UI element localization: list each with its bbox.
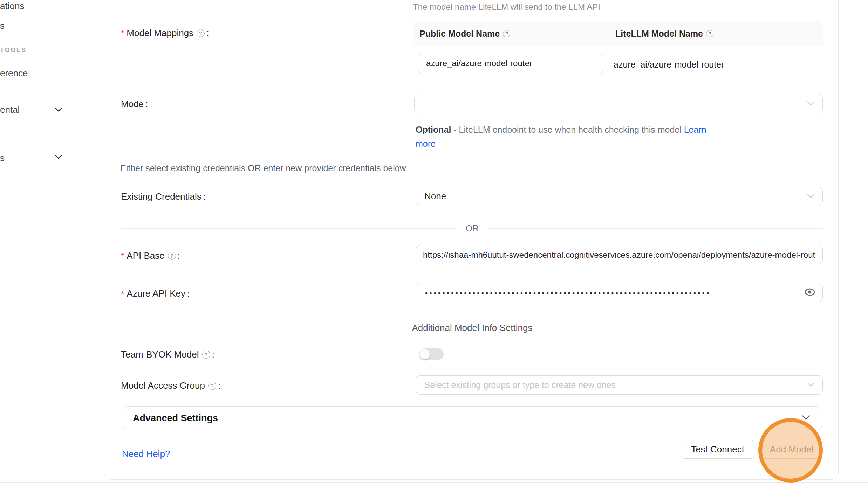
need-help-link[interactable]: Need Help?	[122, 449, 170, 459]
eye-icon[interactable]	[804, 288, 815, 298]
existing-credentials-select[interactable]: None	[416, 187, 823, 206]
azure-api-key-label: * Azure API Key :	[121, 288, 190, 299]
header-separator	[609, 29, 609, 39]
toggle-knob	[419, 349, 430, 359]
required-asterisk: *	[121, 251, 124, 261]
sidebar-item-fragment[interactable]: erence	[0, 68, 28, 79]
team-byok-label: Team-BYOK Model ? :	[121, 349, 214, 360]
api-base-input[interactable]: https://ishaa-mh6uutut-swedencentral.cog…	[416, 245, 823, 264]
mode-select[interactable]	[414, 94, 823, 113]
mode-hint-text: Optional - LiteLLM endpoint to use when …	[416, 123, 706, 151]
chevron-down-icon	[807, 193, 815, 200]
existing-credentials-label: Existing Credentials :	[121, 191, 206, 202]
help-question-icon[interactable]: ?	[706, 30, 713, 37]
advanced-settings-title: Advanced Settings	[133, 413, 218, 424]
chevron-down-icon	[807, 382, 815, 388]
azure-api-key-input[interactable]: ••••••••••••••••••••••••••••••••••••••••…	[416, 283, 823, 302]
team-byok-toggle[interactable]	[419, 348, 444, 360]
advanced-settings-panel[interactable]: Advanced Settings	[122, 406, 822, 430]
chevron-down-icon	[807, 101, 815, 107]
sidebar-section-label: TOOLS	[0, 46, 26, 54]
select-placeholder: Select existing groups or type to create…	[416, 380, 616, 390]
selected-value: None	[416, 191, 446, 202]
test-connect-button[interactable]: Test Connect	[681, 440, 754, 459]
chevron-down-icon[interactable]	[54, 107, 63, 112]
sidebar-item-fragment[interactable]: s	[0, 20, 5, 31]
sidebar-item-fragment[interactable]: ations	[0, 1, 24, 12]
litellm-model-helper-text: The model name LiteLLM will send to the …	[413, 2, 600, 12]
chevron-down-icon[interactable]	[54, 154, 63, 159]
or-divider: OR	[121, 223, 823, 234]
help-question-icon[interactable]: ?	[197, 29, 205, 37]
credentials-note: Either select existing credentials OR en…	[120, 163, 406, 173]
help-question-icon[interactable]: ?	[503, 30, 510, 37]
sidebar-item-fragment[interactable]: s	[0, 153, 5, 164]
litellm-model-name-header: LiteLLM Model Name ?	[609, 29, 713, 39]
mode-label: Mode :	[121, 99, 148, 110]
api-base-label: * API Base ? :	[121, 250, 180, 261]
add-model-button[interactable]: Add Model	[761, 440, 822, 459]
litellm-model-name-value: azure_ai/azure-model-router	[614, 46, 724, 83]
help-question-icon[interactable]: ?	[208, 382, 216, 390]
required-asterisk: *	[121, 289, 124, 299]
sidebar-item-fragment[interactable]: ental	[0, 104, 20, 115]
model-access-group-label: Model Access Group ? :	[121, 380, 220, 391]
add-model-page: ations s TOOLS erence ental s The model …	[0, 0, 868, 485]
model-access-group-select[interactable]: Select existing groups or type to create…	[416, 375, 823, 395]
public-model-name-header: Public Model Name ?	[413, 29, 609, 39]
model-mappings-table: Public Model Name ? LiteLLM Model Name ?…	[413, 21, 823, 83]
additional-info-divider: Additional Model Info Settings	[121, 323, 823, 333]
model-mappings-label: * Model Mappings ? :	[121, 27, 209, 39]
help-question-icon[interactable]: ?	[202, 351, 210, 359]
table-header-row: Public Model Name ? LiteLLM Model Name ?	[413, 21, 823, 46]
api-base-value: https://ishaa-mh6uutut-swedencentral.cog…	[416, 250, 815, 260]
table-row: azure_ai/azure-model-router azure_ai/azu…	[413, 46, 823, 83]
help-question-icon[interactable]: ?	[168, 252, 176, 260]
masked-api-key-value: ••••••••••••••••••••••••••••••••••••••••…	[416, 289, 724, 297]
public-model-name-input[interactable]: azure_ai/azure-model-router	[418, 53, 603, 74]
chevron-down-icon	[801, 415, 811, 422]
required-asterisk: *	[121, 29, 124, 39]
page-bottom-divider	[0, 482, 868, 483]
